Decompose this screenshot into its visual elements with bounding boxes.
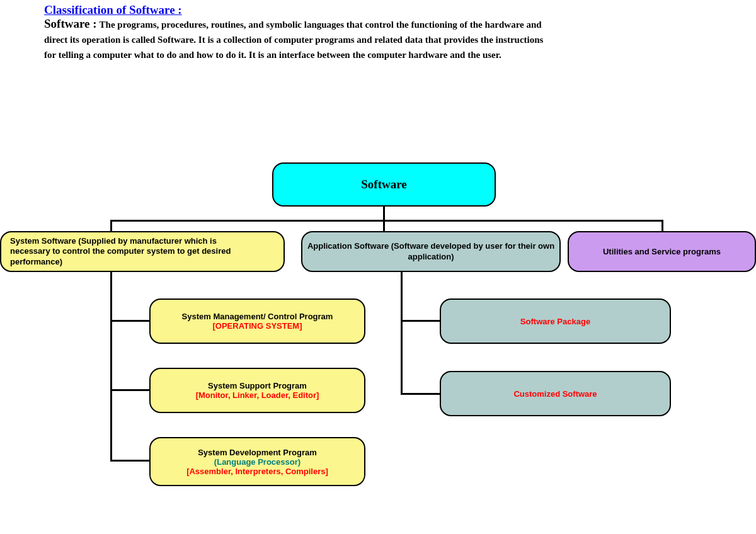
connector-line [110,272,112,461]
system-development-subtitle2: [Assembler, Interpreters, Compilers] [186,467,328,476]
customized-software-title: Customized Software [513,389,597,399]
connector-line [401,393,440,395]
description-line-1: The programs, procedures, routines, and … [100,20,542,30]
system-support-node: System Support Program [Monitor, Linker,… [149,368,365,413]
connector-line [662,220,663,231]
description-line-3: for telling a computer what to do and ho… [44,47,712,62]
software-package-title: Software Package [520,317,590,326]
system-support-title: System Support Program [208,381,307,390]
system-management-subtitle: [OPERATING SYSTEM] [212,321,302,331]
software-package-node: Software Package [440,298,671,344]
system-software-node: System Software (Supplied by manufacture… [0,231,285,272]
connector-line [110,460,149,462]
header-section: Classification of Software : Software : … [0,0,756,65]
system-development-title: System Development Program [198,448,317,457]
system-support-subtitle: [Monitor, Linker, Loader, Editor] [196,390,319,400]
connector-line [401,272,403,395]
system-software-title: System Software (Supplied by manufacture… [10,236,246,267]
connector-line [110,320,149,322]
customized-software-node: Customized Software [440,371,671,416]
software-label: Software : [44,17,97,30]
connector-line [110,389,149,391]
system-management-node: System Management/ Control Program [OPER… [149,298,365,344]
root-title: Software [361,178,406,191]
application-software-node: Application Software (Software developed… [301,231,561,272]
connector-line [383,220,663,222]
connector-line [383,207,385,229]
system-development-node: System Development Program (Language Pro… [149,437,365,486]
system-development-subtitle1: (Language Processor) [214,457,301,467]
root-software-node: Software [272,162,496,207]
connector-line [110,220,386,222]
utilities-title: Utilities and Service programs [603,247,721,256]
utilities-node: Utilities and Service programs [568,231,756,272]
connector-line [110,220,112,231]
connector-line [401,320,440,322]
system-management-title: System Management/ Control Program [182,312,333,321]
description-line-2: direct its operation is called Software.… [44,32,712,47]
application-title: Application Software (Software developed… [306,241,556,262]
title-link: Classification of Software : [44,3,182,16]
